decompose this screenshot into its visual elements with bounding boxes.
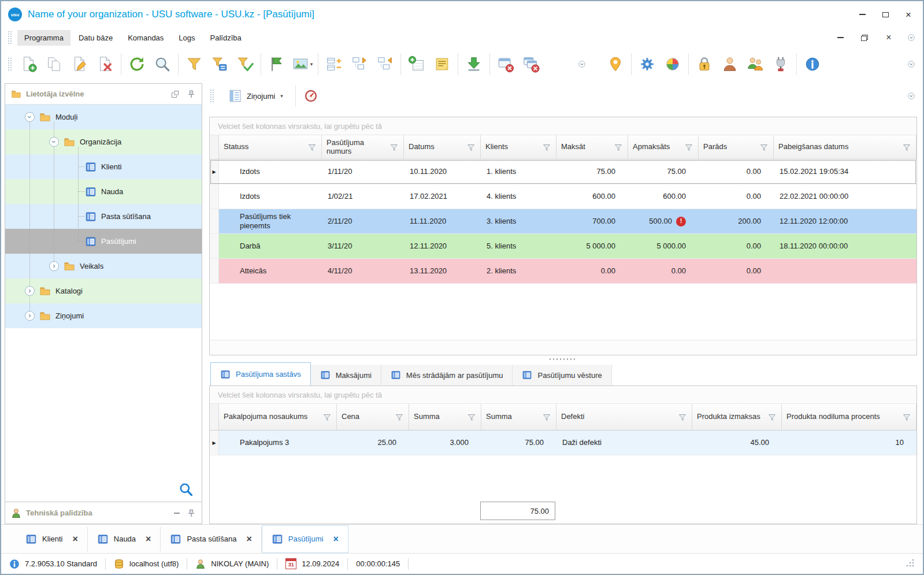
cell-wear[interactable]: 10 — [782, 431, 916, 455]
cell-pay[interactable]: 5 000.00 — [556, 234, 628, 258]
tree-item-nauda[interactable]: Nauda — [5, 179, 202, 204]
cell-date[interactable]: 11.11.2020 — [404, 209, 481, 233]
close-tab-icon[interactable]: × — [72, 535, 77, 544]
cell-client[interactable]: 3. klients — [481, 209, 556, 233]
cell-pay[interactable]: 75.00 — [556, 159, 628, 184]
tree-item-katalogi[interactable]: › Katalogi — [5, 279, 202, 303]
cell-price[interactable]: 25.00 — [337, 431, 409, 455]
cell-debt[interactable]: 0.00 — [699, 159, 774, 184]
cell-paid[interactable]: 75.00 — [628, 159, 699, 184]
cell-status[interactable]: Izdots — [219, 184, 322, 209]
cell-finish[interactable]: 12.11.2020 12:00:00 — [774, 209, 916, 233]
cell-status[interactable]: Izdots — [219, 159, 322, 184]
column-header-defekti[interactable]: Defekti — [556, 404, 692, 430]
filter-icon[interactable] — [395, 413, 404, 422]
support-panel-header[interactable]: Tehniskā palīdzība — [5, 502, 202, 524]
order-row-5[interactable]: Atteicās 4/11/20 13.11.2020 2. klients 0… — [210, 259, 916, 284]
cell-pay[interactable]: 600.00 — [556, 184, 628, 209]
tree-item-pasutijumi-selected[interactable]: Pasūtījumi — [5, 229, 202, 254]
report-toolbar-overflow-button[interactable] — [906, 90, 917, 102]
toolbar-grip[interactable] — [210, 90, 214, 102]
filter-icon[interactable] — [467, 413, 476, 422]
mdi-minimize-button[interactable] — [833, 31, 848, 44]
new-document-button[interactable] — [16, 50, 42, 78]
cell-status[interactable]: Darbā — [219, 234, 322, 258]
mdi-restore-button[interactable] — [857, 31, 872, 44]
expander-icon[interactable]: › — [49, 261, 59, 271]
cell-number[interactable]: 1/02/21 — [322, 184, 404, 209]
tab-pasutijumu-vesture[interactable]: Pasūtījumu vēsture — [513, 365, 611, 385]
collapse-nodes-button[interactable] — [372, 50, 398, 78]
column-header-apmaksats[interactable]: Apmaksāts — [628, 135, 699, 159]
float-panel-icon[interactable] — [170, 90, 180, 99]
cell-paid[interactable]: 5 000.00 — [628, 234, 699, 258]
cell-debt[interactable]: 0.00 — [699, 184, 774, 209]
filter-icon[interactable] — [902, 413, 911, 422]
filter-apply-button[interactable] — [232, 50, 258, 78]
cell-status[interactable]: Pasūtījums tiek pieņemts — [219, 209, 322, 233]
expander-icon[interactable]: › — [25, 112, 35, 122]
cell-number[interactable]: 3/11/20 — [322, 234, 404, 258]
cell-number[interactable]: 2/11/20 — [322, 209, 404, 233]
expand-nodes-button[interactable] — [347, 50, 372, 78]
cell-client[interactable]: 4. klients — [481, 184, 556, 209]
location-pin-button[interactable] — [603, 50, 628, 78]
order-row-1[interactable]: ▶ Izdots 1/11/20 10.11.2020 1. klients 7… — [210, 159, 916, 184]
tree-item-veikals[interactable]: › Veikals — [5, 254, 202, 279]
filter-icon[interactable] — [389, 143, 399, 152]
toolbar-customize-button[interactable] — [576, 58, 588, 70]
cell-cost[interactable]: 45.00 — [692, 431, 782, 455]
cell-paid[interactable]: 0.00 — [628, 259, 699, 283]
minimize-button[interactable] — [855, 8, 870, 21]
filter-button[interactable] — [181, 50, 207, 78]
filter-icon[interactable] — [307, 143, 317, 152]
detail-row-1[interactable]: ▶ Pakalpojums 3 25.00 3.000 75.00 Daži d… — [210, 431, 916, 455]
column-header-datums[interactable]: Datums — [404, 135, 481, 159]
color-palette-button[interactable] — [660, 50, 685, 78]
settings-gear-button[interactable] — [634, 50, 660, 78]
cell-status[interactable]: Atteicās — [219, 259, 322, 283]
column-header-cena[interactable]: Cena — [337, 404, 409, 430]
menubar-customize-button[interactable] — [906, 32, 917, 43]
filter-icon[interactable] — [466, 143, 476, 152]
cell-client[interactable]: 2. klients — [481, 259, 556, 283]
mdi-close-button[interactable]: × — [881, 31, 896, 44]
order-row-2[interactable]: Izdots 1/02/21 17.02.2021 4. klients 600… — [210, 184, 916, 209]
cell-debt[interactable]: 200.00 — [699, 209, 774, 233]
order-row-3[interactable]: Pasūtījums tiek pieņemts 2/11/20 11.11.2… — [210, 209, 916, 234]
resize-grip[interactable] — [906, 558, 915, 569]
notes-button[interactable] — [429, 50, 455, 78]
cell-defects[interactable]: Daži defekti — [556, 431, 692, 455]
close-tab-icon[interactable]: × — [246, 535, 251, 544]
reports-button[interactable]: Ziņojumi ▾ — [223, 86, 288, 106]
column-header-statuss[interactable]: Statuss — [219, 135, 322, 159]
doc-tab-klienti[interactable]: Klienti × — [16, 527, 88, 551]
plugin-button[interactable] — [768, 50, 793, 78]
tab-mes-stradajam[interactable]: Mēs strādājām ar pasūtījumu — [381, 365, 513, 385]
tree-item-moduli[interactable]: › Moduļi — [5, 105, 202, 129]
column-header-pakalpojums[interactable]: Pakalpojuma nosaukums — [219, 404, 337, 430]
cell-paid[interactable]: 600.00 — [628, 184, 699, 209]
toolbar-grip[interactable] — [8, 31, 12, 44]
cell-finish[interactable]: 18.11.2020 00:00:00 — [774, 234, 916, 258]
menu-datu-baze[interactable]: Datu bāze — [72, 30, 120, 46]
add-record-button[interactable] — [404, 50, 429, 78]
menu-programma[interactable]: Programma — [17, 30, 70, 46]
info-button[interactable] — [800, 50, 825, 78]
collapse-panel-icon[interactable] — [174, 513, 180, 514]
cell-finish[interactable]: 22.02.2021 00:00:00 — [774, 184, 916, 209]
expander-icon[interactable]: › — [49, 137, 59, 147]
column-header-maksat[interactable]: Maksāt — [556, 135, 628, 159]
cell-sum[interactable]: 75.00 — [481, 431, 556, 455]
tab-maksajumi[interactable]: Maksājumi — [311, 365, 381, 385]
tree-item-zinojumi[interactable]: › Ziņojumi — [5, 303, 202, 328]
tree-item-organizacija[interactable]: › Organizācija — [5, 129, 202, 154]
cell-finish[interactable] — [774, 259, 916, 283]
export-download-button[interactable] — [461, 50, 487, 78]
toolbar-overflow-button[interactable] — [906, 58, 917, 70]
copy-document-button[interactable] — [42, 50, 67, 78]
cell-date[interactable]: 12.11.2020 — [404, 234, 481, 258]
user-group-button[interactable] — [743, 50, 768, 78]
timer-gauge-button[interactable] — [303, 88, 318, 103]
flag-button[interactable] — [264, 50, 290, 78]
